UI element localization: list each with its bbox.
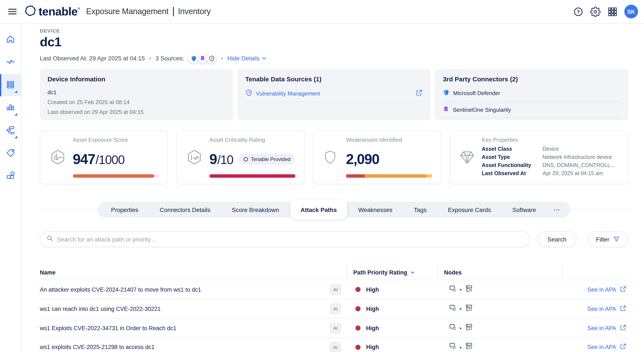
score-progress-fill: [73, 174, 154, 178]
see-in-apa-link[interactable]: See in APA: [587, 344, 616, 350]
score-progress-track: [210, 174, 296, 178]
sentinelone-icon: [198, 53, 208, 64]
sources-count-label: 3 Sources:: [156, 55, 184, 62]
sort-path-priority-button[interactable]: Path Priority Rating: [353, 269, 415, 276]
microsoft-defender-icon: [443, 89, 450, 97]
tenable-data-sources-card: Tenable Data Sources (1) Vulnerability M…: [238, 69, 430, 120]
attack-path-row[interactable]: An attacker exploits CVE-2024-21407 to m…: [40, 280, 628, 299]
tabs-overflow-button[interactable]: ⋯: [547, 202, 568, 218]
tab-attack-paths[interactable]: Attack Paths: [290, 200, 348, 220]
tab-properties[interactable]: Properties: [100, 202, 149, 218]
microsoft-defender-icon: [188, 53, 199, 64]
sidebar-item-apps[interactable]: [0, 165, 21, 187]
priority-dot: [356, 344, 360, 350]
weaknesses-count: 2,090: [346, 151, 379, 168]
attack-path-name: ws1 exploits CVE-2025-21298 to access dc…: [40, 344, 154, 350]
external-link-icon[interactable]: [620, 324, 626, 332]
search-input[interactable]: [57, 236, 524, 242]
svg-text:?: ?: [577, 9, 580, 14]
help-icon[interactable]: ?: [573, 6, 584, 17]
sidebar-item-activity[interactable]: [0, 52, 21, 74]
search-box: [40, 231, 530, 247]
target-node-icon: [465, 323, 473, 333]
vulnerability-management-link[interactable]: Vulnerability Management: [256, 90, 320, 96]
external-link-icon[interactable]: [416, 89, 423, 98]
apps-grid-icon[interactable]: [607, 6, 618, 17]
priority-dot: [356, 287, 360, 292]
property-label: Last Observed At: [482, 170, 542, 176]
submenu-indicator: [14, 113, 17, 116]
tab-connectors-details[interactable]: Connectors Details: [149, 202, 221, 218]
attack-path-row[interactable]: ws1 Exploits CVE-2022-34731 in Order to …: [40, 318, 628, 338]
activity-icon: [6, 57, 16, 68]
table-header: Name Path Priority Rating Nodes: [40, 265, 628, 280]
top-bar: tenable ® Exposure Management Inventory …: [0, 0, 644, 24]
priority-label: High: [366, 286, 379, 293]
score-value: 947: [73, 151, 95, 167]
sort-chevron-icon: [410, 270, 415, 275]
tenable-hexagon-icon: [24, 4, 37, 19]
target-node-icon: [465, 284, 473, 294]
score-value: 9: [210, 151, 217, 167]
search-icon: [46, 235, 54, 244]
external-link-icon[interactable]: [620, 343, 626, 351]
tenable-hexagon-icon: [243, 157, 248, 162]
sentinelone-icon: [443, 106, 450, 114]
property-value: DNS, DOMAIN_CONTROLLER, DS, ...: [542, 162, 619, 168]
tab-bar: Properties Connectors Details Score Brea…: [98, 202, 570, 218]
hide-details-link[interactable]: Hide Details: [227, 55, 267, 62]
tab-score-breakdown[interactable]: Score Breakdown: [221, 202, 290, 218]
device-info-name: dc1: [48, 89, 225, 96]
see-in-apa-link[interactable]: See in APA: [587, 325, 616, 331]
connector-row: Microsoft Defender: [443, 85, 620, 102]
sidebar-item-dashboards[interactable]: [0, 97, 21, 119]
sidebar-item-inventory[interactable]: [0, 74, 21, 96]
severity-segment-critical: [346, 174, 365, 178]
title-divider: [173, 7, 174, 16]
external-link-icon[interactable]: [620, 305, 626, 313]
ai-badge: AI: [330, 323, 341, 333]
product-name: Exposure Management: [86, 7, 168, 16]
see-in-apa-link[interactable]: See in APA: [587, 286, 616, 293]
sidebar-item-attack-path[interactable]: [0, 120, 21, 142]
property-value: Device: [542, 146, 619, 152]
score-denominator: /1000: [96, 153, 124, 166]
see-in-apa-link[interactable]: See in APA: [587, 306, 616, 312]
property-label: Asset Class: [482, 146, 542, 152]
target-node-icon: [465, 342, 473, 352]
card-title: Tenable Data Sources (1): [245, 75, 422, 83]
card-title: Device Information: [48, 75, 225, 83]
sidebar: [0, 24, 22, 352]
attack-paths-table: Name Path Priority Rating Nodes: [40, 265, 628, 352]
column-header-name: Name: [40, 265, 347, 280]
filter-funnel-icon: [613, 236, 620, 243]
card-title: Asset Criticality Rating: [210, 136, 296, 144]
menu-icon[interactable]: [5, 4, 20, 19]
external-link-icon[interactable]: [620, 286, 626, 294]
score-progress-fill: [210, 174, 296, 178]
avatar[interactable]: SK: [624, 5, 638, 18]
tab-tags[interactable]: Tags: [403, 202, 437, 218]
home-icon: [6, 34, 16, 46]
source-node-icon: [449, 284, 457, 294]
tab-software[interactable]: Software: [502, 202, 547, 218]
path-arrow-icon: ▸: [460, 345, 462, 349]
filter-button[interactable]: Filter: [588, 231, 628, 247]
page-title: Exposure Management Inventory: [86, 7, 211, 16]
property-label: Asset Type: [482, 154, 542, 160]
submenu-indicator: [14, 136, 17, 138]
column-header-actions: [562, 265, 628, 280]
tab-exposure-cards[interactable]: Exposure Cards: [437, 202, 502, 218]
sidebar-item-home[interactable]: [0, 29, 21, 51]
attack-path-row[interactable]: ws1 exploits CVE-2025-21298 to access dc…: [40, 338, 628, 352]
attack-path-row[interactable]: ws1 can reach into dc1 using CVE-2022-30…: [40, 299, 628, 318]
third-party-connectors-card: 3rd Party Connectors (2) Microsoft Defen…: [435, 69, 628, 120]
asset-kind-label: DEVICE: [40, 28, 628, 34]
settings-gear-icon[interactable]: [590, 6, 601, 17]
source-node-icon: [449, 342, 457, 352]
search-button[interactable]: Search: [538, 231, 576, 247]
tab-weaknesses[interactable]: Weaknesses: [348, 202, 403, 218]
asset-exposure-score-card: Asset Exposure Score 947/1000: [40, 130, 168, 184]
sidebar-item-tags[interactable]: [0, 142, 21, 164]
priority-label: High: [366, 325, 379, 331]
